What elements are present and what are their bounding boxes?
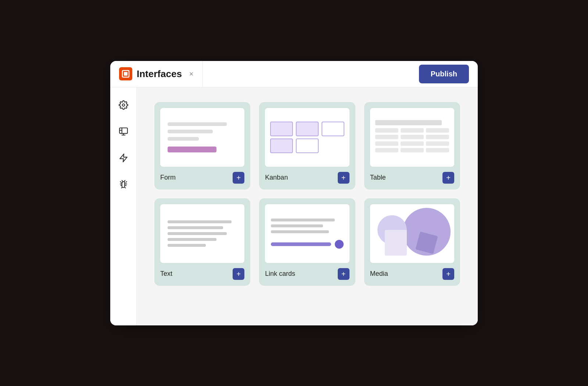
table-cell-3 — [426, 128, 449, 133]
header-left: Interfaces × — [119, 61, 203, 87]
text-line-2 — [168, 226, 223, 229]
form-button-illustration — [168, 147, 216, 152]
text-illustration — [160, 213, 244, 254]
card-footer-media: Media + — [370, 268, 454, 280]
body: Form + — [110, 87, 478, 325]
card-add-link-cards[interactable]: + — [338, 268, 349, 280]
media-rect — [385, 230, 407, 256]
card-text: Text + — [154, 198, 250, 286]
linkcard-bar — [271, 242, 331, 246]
card-preview-form — [160, 108, 244, 167]
bug-icon[interactable] — [116, 177, 131, 192]
cards-grid: Form + — [154, 102, 460, 286]
kanban-card-3 — [296, 122, 319, 136]
table-cell-11 — [401, 148, 424, 152]
main-content: Form + — [137, 87, 478, 325]
card-link-cards: Link cards + — [259, 198, 355, 286]
card-label-kanban: Kanban — [265, 174, 288, 181]
form-line-1 — [168, 122, 227, 126]
card-label-text: Text — [160, 270, 172, 278]
linkcard-dot — [335, 240, 344, 249]
table-cell-9 — [426, 141, 449, 146]
table-cell-5 — [401, 135, 424, 139]
table-cell-10 — [375, 148, 398, 152]
page-title: Interfaces — [137, 68, 182, 80]
table-cell-4 — [375, 135, 398, 139]
card-label-link-cards: Link cards — [265, 270, 295, 278]
table-cell-8 — [401, 141, 424, 146]
lightning-icon[interactable] — [116, 151, 131, 165]
media-illustration — [370, 204, 454, 263]
table-row-1 — [375, 128, 449, 133]
app-window: Interfaces × Publish — [110, 61, 478, 325]
svg-marker-8 — [120, 154, 127, 162]
header-right: Publish — [419, 65, 469, 83]
kanban-card-1 — [270, 122, 293, 136]
card-preview-kanban — [265, 108, 349, 167]
card-label-form: Form — [160, 174, 176, 181]
card-table: Table + — [364, 102, 460, 190]
linkcard-line-3 — [271, 230, 329, 233]
card-kanban: Kanban + — [259, 102, 355, 190]
kanban-col-2 — [296, 122, 319, 153]
linkcard-illustration — [265, 213, 349, 255]
form-line-3 — [168, 137, 199, 141]
card-media: Media + — [364, 198, 460, 286]
close-button[interactable]: × — [189, 70, 194, 77]
text-line-3 — [168, 232, 227, 235]
table-cell-12 — [426, 148, 449, 152]
card-footer-text: Text + — [160, 268, 244, 280]
publish-button[interactable]: Publish — [419, 65, 469, 83]
card-footer-table: Table + — [370, 172, 454, 184]
card-add-form[interactable]: + — [233, 172, 244, 184]
card-preview-text — [160, 204, 244, 263]
card-form: Form + — [154, 102, 250, 190]
table-illustration — [370, 115, 454, 160]
card-add-kanban[interactable]: + — [338, 172, 349, 184]
card-footer-kanban: Kanban + — [265, 172, 349, 184]
linkcard-bar-row — [271, 240, 343, 249]
card-add-media[interactable]: + — [442, 268, 454, 280]
kanban-col-1 — [270, 122, 293, 153]
table-row-2 — [375, 135, 449, 139]
card-label-table: Table — [370, 174, 386, 181]
kanban-card-4 — [296, 138, 319, 153]
text-line-1 — [168, 220, 232, 223]
form-illustration — [160, 115, 244, 160]
svg-point-2 — [122, 104, 125, 106]
card-preview-media — [370, 204, 454, 263]
card-add-table[interactable]: + — [442, 172, 454, 184]
linkcard-line-2 — [271, 224, 323, 227]
header: Interfaces × Publish — [110, 61, 478, 87]
sidebar — [110, 87, 137, 325]
kanban-card-5 — [322, 122, 344, 136]
settings-icon[interactable] — [116, 98, 131, 112]
table-cell-6 — [426, 135, 449, 139]
kanban-illustration — [265, 116, 349, 158]
form-line-2 — [168, 130, 213, 133]
card-footer-form: Form + — [160, 172, 244, 184]
text-line-4 — [168, 238, 216, 241]
card-preview-table — [370, 108, 454, 167]
layout-icon[interactable] — [116, 124, 131, 139]
logo-icon — [119, 67, 132, 80]
kanban-col-3 — [322, 122, 344, 136]
table-cell-2 — [401, 128, 424, 133]
text-line-5 — [168, 244, 206, 247]
table-header — [375, 120, 442, 125]
card-add-text[interactable]: + — [233, 268, 244, 280]
table-cell-7 — [375, 141, 398, 146]
table-row-4 — [375, 148, 449, 152]
linkcard-line-1 — [271, 219, 335, 221]
card-preview-link-cards — [265, 204, 349, 263]
svg-rect-1 — [124, 72, 128, 76]
kanban-card-2 — [270, 138, 293, 153]
table-row-3 — [375, 141, 449, 146]
card-label-media: Media — [370, 270, 388, 278]
table-cell-1 — [375, 128, 398, 133]
card-footer-link-cards: Link cards + — [265, 268, 349, 280]
